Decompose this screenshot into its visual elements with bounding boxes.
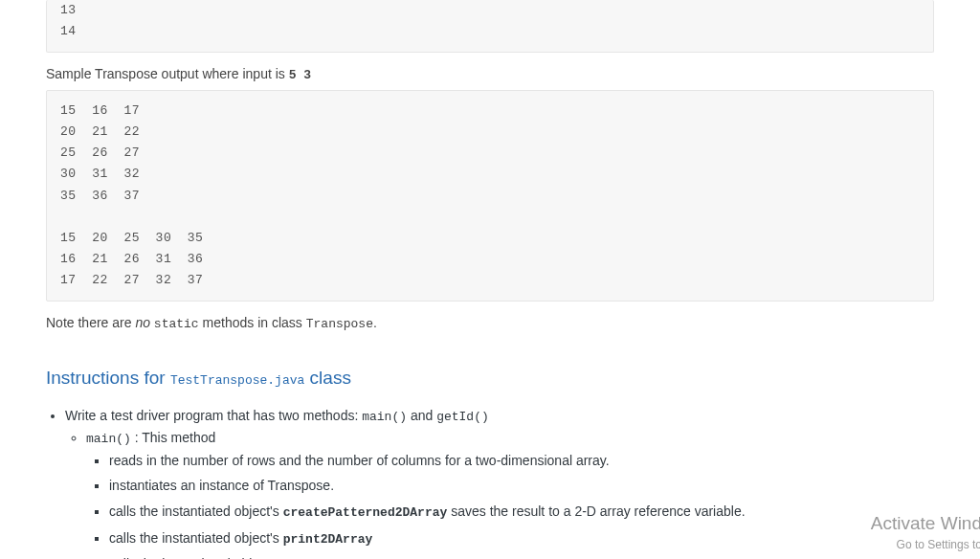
list-item: calls the instantiated object's print2DA… [109, 553, 934, 559]
sub-main-post: : This method [131, 430, 215, 445]
instruction-list: Write a test driver program that has two… [65, 408, 934, 559]
bullet-getid-code: getId() [436, 410, 489, 424]
sub-list: main() : This method reads in the number… [86, 430, 934, 559]
heading-filename: TestTranspose.java [170, 373, 304, 388]
list-item: calls the instantiated object's print2DA… [109, 527, 934, 550]
subsub-b: instantiates an instance of Transpose. [109, 478, 334, 493]
document-page: 13 14 Sample Transpose output where inpu… [0, 0, 980, 559]
heading-post: class [304, 368, 351, 388]
subsub-d-pre: calls the instantiated object's [109, 530, 283, 546]
subsub-c-pre: calls the instantiated object's [109, 503, 283, 519]
sub-main-code: main() [86, 432, 131, 446]
list-item: Write a test driver program that has two… [65, 408, 934, 559]
sample-output-args: 5 3 [289, 68, 311, 82]
note-pre: Note there are [46, 315, 135, 330]
heading-pre: Instructions for [46, 368, 170, 388]
list-item: reads in the number of rows and the numb… [109, 450, 934, 471]
sample-output-block: 15 16 17 20 21 22 25 26 27 30 31 32 35 3… [46, 90, 934, 302]
code-block-top: 13 14 [46, 0, 934, 53]
subsub-c-code: createPatterned2DArray [283, 505, 448, 520]
list-item: instantiates an instance of Transpose. [109, 475, 934, 496]
note-no: no [135, 315, 150, 330]
note-paragraph: Note there are no static methods in clas… [46, 315, 934, 331]
instructions-heading: Instructions for TestTranspose.java clas… [46, 368, 934, 389]
bullet-main-code: main() [362, 410, 407, 424]
sample-output-label: Sample Transpose output where input is 5… [46, 66, 934, 82]
subsub-a: reads in the number of rows and the numb… [109, 453, 610, 468]
sample-output-label-text: Sample Transpose output where input is [46, 66, 289, 81]
note-end: . [373, 315, 377, 330]
bullet-and: and [407, 408, 436, 423]
note-mid2: methods in class [199, 315, 306, 330]
subsub-d-code: print2DArray [283, 532, 373, 547]
note-class: Transpose [306, 317, 373, 331]
list-item: calls the instantiated object's createPa… [109, 501, 934, 524]
list-item: main() : This method reads in the number… [86, 430, 934, 559]
bullet-top-pre: Write a test driver program that has two… [65, 408, 362, 423]
note-static: static [154, 317, 199, 331]
subsub-c-post: saves the result to a 2-D array referenc… [447, 503, 745, 519]
subsub-list: reads in the number of rows and the numb… [109, 450, 934, 559]
